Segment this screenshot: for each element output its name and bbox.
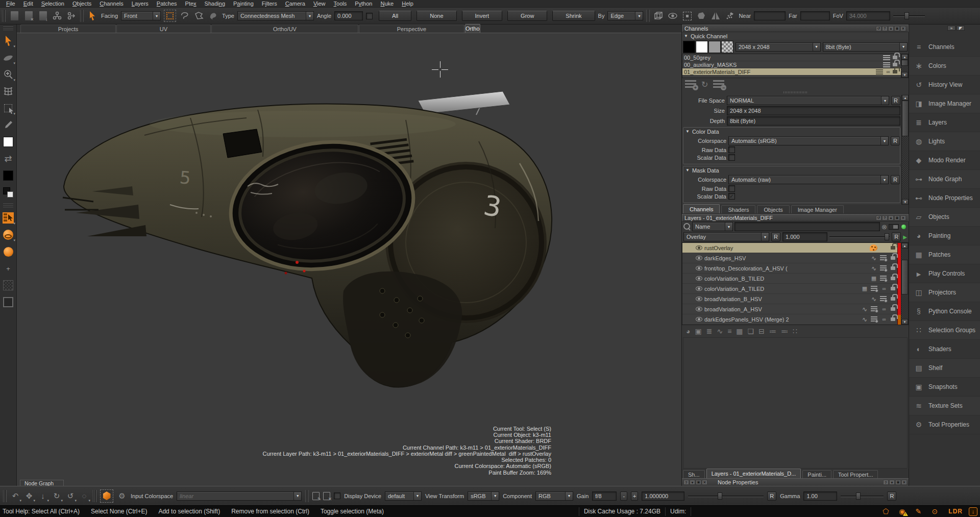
active-shader-gem-icon[interactable] bbox=[100, 489, 113, 503]
quick-channel-header[interactable]: Quick Channel bbox=[682, 32, 909, 40]
viewport-3d[interactable]: 3 5 Current Tool: Select (S)Current Obje… bbox=[17, 33, 681, 486]
mask-colorspace-dropdown[interactable]: Automatic (raw) bbox=[728, 175, 889, 184]
grid-icon[interactable]: ∷ bbox=[793, 327, 797, 335]
background-color-swatch[interactable] bbox=[2, 169, 15, 182]
layer-row[interactable]: broadVariation_A_HSV ∞ bbox=[682, 304, 897, 314]
help-icon[interactable] bbox=[883, 480, 889, 485]
add-channel-icon[interactable] bbox=[685, 80, 696, 88]
angle-checkbox[interactable] bbox=[366, 13, 373, 19]
layer-scrollbar[interactable] bbox=[901, 243, 908, 325]
node-properties-bar[interactable]: Node Properties bbox=[682, 478, 909, 486]
swap-colors-icon[interactable]: ⇄ bbox=[2, 152, 15, 165]
uv-select-icon[interactable]: ▾ bbox=[2, 211, 15, 225]
toolbar-grip[interactable] bbox=[646, 10, 650, 22]
unlock-icon[interactable] bbox=[893, 63, 897, 66]
clear-doc-icon[interactable]: ✕ bbox=[323, 492, 330, 500]
palette-warning-icon[interactable]: ◉ bbox=[896, 507, 908, 516]
new-project-icon[interactable] bbox=[9, 10, 20, 21]
properties-scrollbar[interactable] bbox=[901, 95, 909, 205]
bottom-tab[interactable]: Tool Propert... bbox=[833, 470, 878, 478]
menu-item[interactable]: Edit bbox=[19, 1, 37, 7]
wireframe-cube-icon[interactable] bbox=[653, 10, 664, 21]
flatten-icon[interactable]: ≔ bbox=[769, 327, 776, 335]
reset-button[interactable]: R bbox=[892, 232, 901, 241]
toolbar-grip[interactable] bbox=[305, 490, 309, 502]
visibility-eye-icon[interactable] bbox=[696, 266, 702, 270]
brush-status-icon[interactable]: ✎ bbox=[913, 507, 924, 516]
black-swatch[interactable] bbox=[683, 41, 695, 53]
mirror-selection-icon[interactable] bbox=[710, 10, 721, 21]
float-icon[interactable] bbox=[894, 215, 900, 220]
near-field[interactable] bbox=[754, 11, 786, 20]
menu-item[interactable]: Help bbox=[398, 1, 418, 7]
selection-button[interactable]: All bbox=[379, 11, 411, 21]
color-colorspace-dropdown[interactable]: Automatic (sRGB) bbox=[728, 136, 889, 145]
help-icon[interactable] bbox=[882, 215, 888, 220]
frame-icon[interactable] bbox=[2, 296, 15, 309]
paint-select-icon[interactable] bbox=[208, 10, 219, 21]
expand-all-icon[interactable]: » bbox=[947, 26, 955, 31]
channel-row[interactable]: 01_exteriorMaterials_DIFF ∞ bbox=[682, 68, 901, 76]
node-graph-collapsed-tab[interactable]: Node Graph bbox=[20, 480, 64, 486]
color-data-header[interactable]: Color Data bbox=[683, 128, 900, 135]
select-tool-icon[interactable] bbox=[87, 10, 98, 21]
ptex-extract-icon[interactable] bbox=[66, 10, 77, 21]
view-tab[interactable]: Projects bbox=[20, 24, 116, 33]
pointer-icon[interactable]: ◤ bbox=[957, 26, 965, 31]
polygon-select-icon[interactable] bbox=[193, 10, 205, 21]
select-tool-icon[interactable]: ▾ bbox=[2, 34, 15, 47]
menu-item[interactable]: Camera bbox=[281, 1, 309, 7]
float-icon[interactable] bbox=[894, 26, 900, 31]
white-swatch[interactable] bbox=[696, 41, 708, 53]
unlock-icon[interactable] bbox=[891, 277, 895, 280]
selection-button[interactable]: Shrink bbox=[552, 11, 595, 21]
reset-button[interactable]: R bbox=[891, 96, 900, 105]
expand-icon[interactable] bbox=[690, 480, 695, 485]
undo-icon[interactable]: ↶▾ bbox=[10, 490, 20, 502]
view-tab[interactable]: Ortho/UV bbox=[211, 24, 358, 33]
visibility-eye-icon[interactable] bbox=[696, 307, 702, 311]
sync-channel-icon[interactable]: ↻ bbox=[701, 80, 708, 89]
amount-slider[interactable] bbox=[829, 232, 890, 241]
menu-item[interactable]: Layers bbox=[128, 1, 153, 7]
pattern-swatch-icon[interactable] bbox=[2, 279, 15, 292]
sidebar-item[interactable]: Layers bbox=[909, 113, 980, 132]
gem-status-icon[interactable]: ⬠ bbox=[880, 507, 891, 516]
sidebar-item[interactable]: Modo Render bbox=[909, 151, 980, 170]
selection-type-dropdown[interactable]: Connectedness Mesh bbox=[237, 11, 314, 20]
unlock-icon[interactable] bbox=[891, 287, 895, 290]
visibility-eye-icon[interactable] bbox=[696, 256, 702, 260]
drop-icon[interactable]: ↓▾ bbox=[38, 490, 48, 502]
slice-tool-icon[interactable] bbox=[2, 118, 15, 132]
select-visible-icon[interactable] bbox=[681, 10, 693, 21]
scalar-data-checkbox[interactable] bbox=[728, 154, 735, 161]
reset-button[interactable]: R bbox=[887, 491, 896, 501]
gamma-field[interactable]: 1.00 bbox=[803, 491, 837, 501]
remove-layer-icon[interactable]: ≕ bbox=[781, 327, 788, 335]
zoom-tool-icon[interactable]: ▾ bbox=[2, 68, 15, 81]
selection-button[interactable]: Invert bbox=[462, 11, 503, 21]
gain-value-field[interactable]: 1.000000 bbox=[642, 491, 684, 501]
amount-field[interactable]: 1.000 bbox=[782, 232, 827, 241]
search-filter-dropdown[interactable]: Name bbox=[692, 222, 733, 231]
unlock-icon[interactable] bbox=[891, 266, 895, 270]
reset-button[interactable]: R bbox=[891, 175, 900, 184]
add-noise-layer-icon[interactable]: ▦ bbox=[736, 327, 743, 335]
menu-item[interactable]: Objects bbox=[68, 1, 95, 7]
sidebar-item[interactable]: Objects bbox=[909, 208, 980, 227]
snapshot-doc-icon[interactable]: ✎ bbox=[312, 492, 320, 500]
reset-button[interactable]: R bbox=[771, 232, 780, 241]
channel-row[interactable]: 00_auxiliary_MASKS ∞ bbox=[682, 61, 901, 68]
layers-title-bar[interactable]: Layers - 01_exteriorMaterials_DIFF bbox=[682, 214, 909, 221]
gain-plus-button[interactable]: + bbox=[631, 491, 638, 501]
add-graph-layer-icon[interactable]: ≡ bbox=[727, 327, 731, 335]
bottom-tab[interactable]: Sh... bbox=[683, 470, 705, 478]
visibility-eye-icon[interactable] bbox=[696, 317, 702, 322]
unlock-icon[interactable] bbox=[891, 256, 895, 260]
sidebar-item[interactable]: Tool Properties bbox=[909, 415, 980, 434]
filter-toggle[interactable] bbox=[889, 224, 899, 230]
visibility-eye-icon[interactable] bbox=[696, 297, 702, 301]
rotate-icon[interactable]: ↻▾ bbox=[52, 490, 62, 502]
toolbar-grip[interactable] bbox=[2, 10, 6, 22]
float-icon[interactable] bbox=[696, 480, 701, 485]
